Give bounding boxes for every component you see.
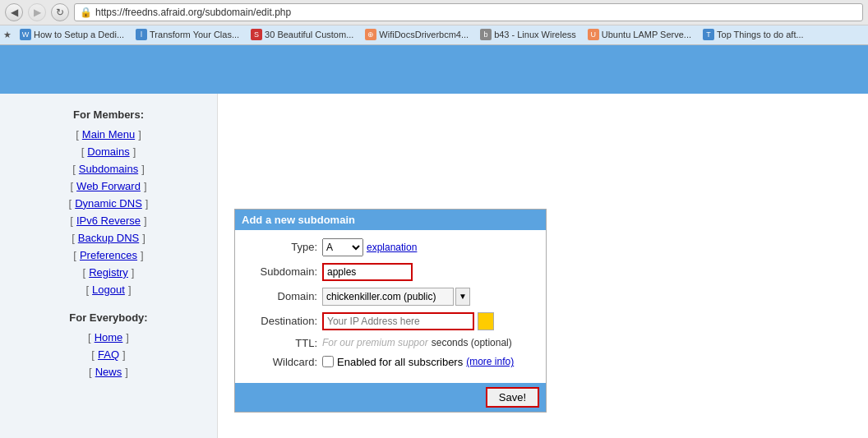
subdomains-link[interactable]: Subdomains [79,163,138,175]
everybody-title: For Everybody: [0,305,217,329]
ttl-field: For our premium suppor seconds (optional… [322,337,512,348]
bookmark-item[interactable]: bb43 - Linux Wireless [475,27,581,42]
forward-button[interactable]: ▶ [28,3,46,21]
news-link[interactable]: News [95,366,122,378]
nav-bar: ◀ ▶ ↻ 🔒 https://freedns.afraid.org/subdo… [0,0,868,25]
sidebar-item-preferences[interactable]: [ Preferences ] [0,247,217,264]
bracket-left: [ [76,128,79,141]
members-title: For Members: [0,102,217,126]
domain-dropdown-arrow[interactable]: ▼ [455,288,470,306]
destination-row: Destination: [243,312,538,330]
sidebar-item-subdomains[interactable]: [ Subdomains ] [0,160,217,178]
sidebar-item-domains[interactable]: [ Domains ] [0,143,217,160]
subdomain-input[interactable] [322,263,413,281]
wildcard-label: Wildcard: [243,356,317,368]
bookmark-item[interactable]: UUbuntu LAMP Serve... [583,27,696,42]
save-button[interactable]: Save! [486,387,539,408]
lock-icon: 🔒 [80,7,92,18]
sidebar-item-faq[interactable]: [ FAQ ] [0,346,217,363]
refresh-button[interactable]: ↻ [51,3,69,21]
ttl-placeholder-text: For our premium suppor [322,337,428,348]
form-title: Add a new subdomain [235,210,546,230]
preferences-link[interactable]: Preferences [80,249,137,261]
bookmark-item[interactable]: WHow to Setup a Dedi... [15,27,129,42]
sidebar-item-home[interactable]: [ Home ] [0,329,217,346]
form-body: Type: A explanation Subdomain: [235,230,546,383]
sidebar-item-logout[interactable]: [ Logout ] [0,281,217,298]
home-link[interactable]: Home [95,331,123,343]
bookmark-item[interactable]: ⊕WifiDocsDriverbcm4... [360,27,473,42]
destination-input[interactable] [322,312,474,330]
subdomain-row: Subdomain: [243,263,538,281]
destination-field [322,312,494,330]
type-row: Type: A explanation [243,238,538,256]
type-select[interactable]: A [322,238,363,256]
banner [0,45,868,94]
web-forward-link[interactable]: Web Forward [76,180,141,192]
sidebar-item-ipv6[interactable]: [ IPv6 Reverse ] [0,212,217,229]
ttl-suffix: seconds (optional) [432,337,512,348]
main-menu-link[interactable]: Main Menu [82,128,135,141]
domain-row: Domain: ▼ [243,288,538,306]
subdomain-field [322,263,413,281]
subdomain-form: Add a new subdomain Type: A explanation [234,209,547,413]
form-footer: Save! [235,383,546,412]
subdomain-label: Subdomain: [243,265,317,278]
dynamic-dns-link[interactable]: Dynamic DNS [75,197,142,210]
bookmark-item[interactable]: TTop Things to do aft... [698,27,809,42]
main-content: Add a new subdomain Type: A explanation [218,94,868,438]
sidebar: For Members: [ Main Menu ] [ Domains ] [… [0,94,218,438]
logout-link[interactable]: Logout [92,284,125,296]
destination-label: Destination: [243,315,317,327]
registry-link[interactable]: Registry [89,266,128,279]
backup-dns-link[interactable]: Backup DNS [78,232,139,244]
ttl-label: TTL: [243,337,317,349]
destination-indicator [478,312,494,330]
domain-label: Domain: [243,290,317,302]
faq-link[interactable]: FAQ [98,348,119,361]
sidebar-item-news[interactable]: [ News ] [0,363,217,380]
sidebar-item-registry[interactable]: [ Registry ] [0,264,217,281]
bookmark-item[interactable]: lTransform Your Clas... [131,27,244,42]
sidebar-item-main-menu[interactable]: [ Main Menu ] [0,126,217,143]
bookmarks-bar: ★ WHow to Setup a Dedi...lTransform Your… [0,25,868,45]
browser-window: ◀ ▶ ↻ 🔒 https://freedns.afraid.org/subdo… [0,0,868,438]
domain-input[interactable] [322,288,454,306]
sidebar-item-dynamic-dns[interactable]: [ Dynamic DNS ] [0,195,217,212]
bookmarks-label: ★ [3,30,12,40]
url-text: https://freedns.afraid.org/subdomain/edi… [95,7,291,18]
page-body: For Members: [ Main Menu ] [ Domains ] [… [0,94,868,438]
type-label: Type: [243,241,317,253]
bookmark-item[interactable]: S30 Beautiful Custom... [246,27,358,42]
wildcard-checkbox[interactable] [322,356,334,367]
address-bar[interactable]: 🔒 https://freedns.afraid.org/subdomain/e… [74,3,863,21]
ttl-row: TTL: For our premium suppor seconds (opt… [243,337,538,349]
wildcard-field: Enabled for all subscribers (more info) [322,356,514,368]
ipv6-link[interactable]: IPv6 Reverse [76,214,141,227]
type-field: A explanation [322,238,417,256]
sidebar-item-backup-dns[interactable]: [ Backup DNS ] [0,229,217,247]
domains-link[interactable]: Domains [87,145,129,158]
wildcard-text: Enabled for all subscribers [337,356,463,368]
more-info-link[interactable]: (more info) [466,356,514,367]
explanation-link[interactable]: explanation [367,242,417,253]
sidebar-item-web-forward[interactable]: [ Web Forward ] [0,178,217,195]
domain-field: ▼ [322,288,470,306]
bracket-right: ] [138,128,141,141]
wildcard-row: Wildcard: Enabled for all subscribers (m… [243,356,538,368]
back-button[interactable]: ◀ [5,3,23,21]
